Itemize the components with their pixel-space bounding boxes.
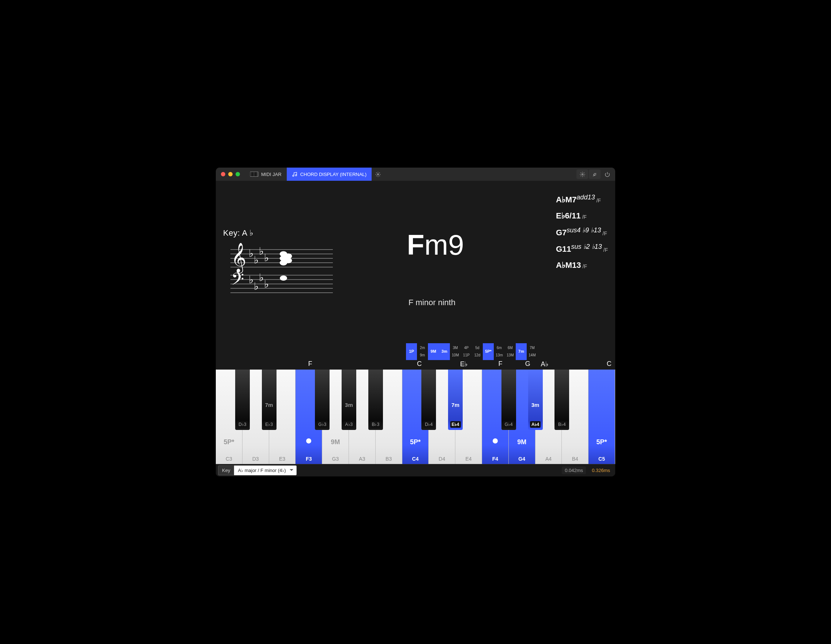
- alternative-chords: A♭M7add13/FE♭6/11/FG7sus4 ♭9 ♭13/FG11sus…: [556, 194, 608, 270]
- alt-chord: G7sus4 ♭9 ♭13/F: [556, 226, 608, 238]
- interval-cell: 5P*: [483, 343, 494, 360]
- chord-root: F: [407, 229, 425, 261]
- pin-button[interactable]: [589, 169, 600, 179]
- power-button[interactable]: [601, 169, 613, 179]
- interval-cell: 6m13m: [494, 343, 505, 360]
- svg-text:♭: ♭: [259, 245, 264, 257]
- latency-display: 0.042ms 0.326ms: [562, 467, 613, 474]
- svg-text:♭: ♭: [254, 281, 259, 292]
- black-key[interactable]: B♭4: [554, 370, 569, 430]
- black-key[interactable]: 7mE♭4: [448, 370, 463, 430]
- note-label: A♭: [541, 360, 548, 368]
- interval-cell: 5d12d: [472, 343, 483, 360]
- svg-point-0: [293, 175, 294, 176]
- svg-point-31: [280, 276, 287, 281]
- svg-text:♭: ♭: [249, 248, 253, 259]
- latency-b: 0.326ms: [589, 467, 613, 474]
- chord-name: Fm9: [407, 228, 464, 261]
- keyboard-icon: [250, 172, 258, 177]
- svg-text:♭: ♭: [259, 272, 264, 283]
- svg-point-3: [581, 174, 583, 175]
- chord-fullname: F minor ninth: [409, 298, 455, 308]
- black-key[interactable]: B♭3: [368, 370, 383, 430]
- black-key[interactable]: D♭3: [235, 370, 250, 430]
- alt-chord: A♭M13/F: [556, 259, 608, 270]
- interval-cell: 1P: [406, 343, 417, 360]
- key-selector-label: Key: [218, 465, 234, 475]
- svg-point-30: [280, 251, 287, 257]
- close-button[interactable]: [221, 172, 225, 176]
- main-content: Key: A ♭: [216, 181, 615, 477]
- tab-midi-jar[interactable]: MIDI JAR: [245, 167, 287, 181]
- note-label: F: [498, 360, 502, 368]
- interval-cell: 3m: [439, 343, 450, 360]
- note-label: G: [525, 360, 530, 368]
- staff-notation-icon: 𝄞 𝄢 ♭ ♭ ♭ ♭ ♭ ♭ ♭ ♭: [223, 242, 333, 301]
- piano-keys[interactable]: 5P*C3D3E3F39MG3A3B35P*C4D4E4F49MG4A4B45P…: [216, 370, 615, 464]
- minimize-button[interactable]: [228, 172, 232, 176]
- music-note-icon: [292, 172, 298, 177]
- svg-text:♭: ♭: [264, 279, 269, 290]
- keyboard: FCE♭FGA♭C 5P*C3D3E3F39MG3A3B35P*C4D4E4F4…: [216, 360, 615, 464]
- note-label: C: [417, 360, 422, 368]
- black-key[interactable]: 3mA♭3: [342, 370, 356, 430]
- tabs: MIDI JAR CHORD DISPLAY (INTERNAL): [245, 167, 384, 181]
- settings-button[interactable]: [576, 169, 588, 179]
- tab-label: CHORD DISPLAY (INTERNAL): [300, 172, 367, 177]
- tab-label: MIDI JAR: [261, 172, 282, 177]
- tab-chord-display[interactable]: CHORD DISPLAY (INTERNAL): [287, 167, 372, 181]
- app-window: MIDI JAR CHORD DISPLAY (INTERNAL): [216, 167, 615, 477]
- svg-text:𝄢: 𝄢: [231, 270, 244, 292]
- svg-text:♭: ♭: [264, 252, 269, 263]
- interval-cell: 7M14M: [527, 343, 538, 360]
- chord-display: Key: A ♭: [216, 181, 615, 360]
- key-signature: Key: A ♭: [223, 228, 333, 301]
- interval-cell: 7m: [516, 343, 527, 360]
- black-key[interactable]: D♭4: [421, 370, 436, 430]
- maximize-button[interactable]: [236, 172, 240, 176]
- interval-cell: 4P11P: [461, 343, 472, 360]
- svg-line-4: [593, 175, 594, 176]
- chord-suffix: m9: [424, 229, 464, 261]
- black-key[interactable]: 3mA♭4: [528, 370, 543, 430]
- window-controls: [216, 172, 245, 176]
- black-key[interactable]: 7mE♭3: [262, 370, 277, 430]
- alt-chord: E♭6/11/F: [556, 210, 608, 221]
- svg-point-1: [295, 175, 297, 176]
- svg-text:𝄞: 𝄞: [231, 243, 246, 274]
- black-key[interactable]: G♭4: [501, 370, 516, 430]
- svg-text:♭: ♭: [254, 254, 259, 266]
- interval-cell: 9M: [428, 343, 439, 360]
- footer: Key A♭ major / F minor (4♭) 0.042ms 0.32…: [216, 464, 615, 477]
- interval-cell: 6M13M: [505, 343, 516, 360]
- note-labels: FCE♭FGA♭C: [216, 360, 615, 370]
- interval-grid: 1P2m9m9M3m3M10M4P11P5d12d5P*6m13m6M13M7m…: [406, 343, 549, 360]
- black-key[interactable]: G♭3: [315, 370, 330, 430]
- tab-settings-button[interactable]: [372, 167, 384, 181]
- svg-text:♭: ♭: [249, 274, 253, 285]
- note-label: F: [308, 360, 312, 368]
- note-label: E♭: [460, 360, 467, 368]
- titlebar: MIDI JAR CHORD DISPLAY (INTERNAL): [216, 167, 615, 181]
- alt-chord: A♭M7add13/F: [556, 194, 608, 204]
- interval-cell: 2m9m: [417, 343, 428, 360]
- key-label: Key: A ♭: [223, 228, 333, 238]
- latency-a: 0.042ms: [562, 467, 586, 474]
- titlebar-right: [574, 169, 615, 179]
- svg-point-2: [377, 174, 379, 175]
- note-label: C: [607, 360, 611, 368]
- interval-cell: 3M10M: [450, 343, 461, 360]
- key-selector[interactable]: A♭ major / F minor (4♭): [234, 465, 296, 475]
- alt-chord: G11sus ♭2 ♭13/F: [556, 242, 608, 254]
